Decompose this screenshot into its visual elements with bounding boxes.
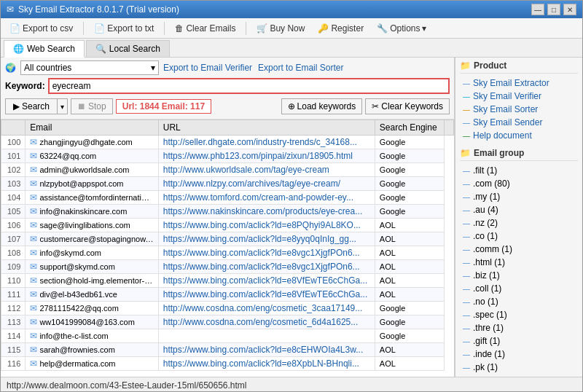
engine-cell: Google bbox=[375, 329, 445, 343]
load-keywords-button[interactable]: ⊕ Load keywords bbox=[281, 98, 363, 114]
table-row[interactable]: 110 ✉ section@hold-img.elementor-c... ht… bbox=[1, 274, 454, 288]
product-item[interactable]: — Help document bbox=[460, 129, 578, 142]
engine-cell: AOL bbox=[375, 246, 445, 260]
product-item[interactable]: — Sky Email Sorter bbox=[460, 103, 578, 116]
group-item[interactable]: — .spec (1) bbox=[460, 308, 578, 321]
group-item[interactable]: — .nz (2) bbox=[460, 216, 578, 230]
table-row[interactable]: 100 ✉ zhangjingyu@dhgate.com http://sell… bbox=[1, 136, 454, 149]
minimize-button[interactable]: — bbox=[531, 4, 544, 15]
action-row: ▶ Search ▾ ⏹ Stop Url: 1844 Email: 117 ⊕ bbox=[5, 97, 450, 116]
group-item[interactable]: — .no (1) bbox=[460, 295, 578, 308]
group-item[interactable]: — .pk (1) bbox=[460, 361, 578, 374]
country-select[interactable]: All countries ▾ bbox=[20, 60, 159, 75]
search-area: 🌍 All countries ▾ Export to Email Verifi… bbox=[1, 58, 454, 119]
group-item[interactable]: — .cbox (1) bbox=[460, 374, 578, 377]
group-item[interactable]: — .com (80) bbox=[460, 177, 578, 190]
title-bar-controls[interactable]: — □ ✕ bbox=[531, 4, 576, 15]
export-txt-button[interactable]: 📄 Export to txt bbox=[90, 22, 158, 35]
register-button[interactable]: 🔑 Register bbox=[313, 22, 368, 35]
group-item[interactable]: — .au (4) bbox=[460, 203, 578, 216]
table-row[interactable]: 103 ✉ nlzpybot@appspot.com http://www.nl… bbox=[1, 177, 454, 191]
url-cell: https://www.bing.com/aclick?ld=e8cEHWOIa… bbox=[158, 343, 375, 357]
url-cell: https://www.bing.com/aclick?ld=e8PQhyi9A… bbox=[158, 219, 375, 232]
table-row[interactable]: 106 ✉ sage@livinglibations.com https://w… bbox=[1, 219, 454, 232]
buy-now-button[interactable]: 🛒 Buy Now bbox=[252, 22, 309, 35]
table-row[interactable]: 116 ✉ help@dermatica.com https://www.bin… bbox=[1, 357, 454, 371]
email-cell: ✉ customercare@stopagingnow.c... bbox=[26, 232, 158, 246]
keyword-row: Keyword: bbox=[5, 78, 450, 94]
table-row[interactable]: 111 ✉ div@el-b43edb61.vce https://www.bi… bbox=[1, 288, 454, 302]
url-cell: https://www.tomford.com/cream-and-powder… bbox=[158, 191, 375, 205]
right-panel: 📁 Product — Sky Email Extractor— Sky Ema… bbox=[455, 58, 582, 377]
row-number: 102 bbox=[1, 163, 26, 177]
export-links: Export to Email Verifier Export to Email… bbox=[163, 63, 343, 73]
product-item[interactable]: — Sky Email Verifier bbox=[460, 90, 578, 103]
product-item[interactable]: — Sky Email Extractor bbox=[460, 77, 578, 90]
keyword-input[interactable] bbox=[48, 78, 450, 94]
row-number: 112 bbox=[1, 302, 26, 315]
clear-emails-button[interactable]: 🗑 Clear Emails bbox=[171, 22, 240, 35]
col-email: Email bbox=[26, 120, 158, 136]
local-search-icon: 🔍 bbox=[95, 44, 106, 54]
tab-local-search[interactable]: 🔍 Local Search bbox=[86, 40, 170, 57]
row-number: 104 bbox=[1, 191, 26, 205]
group-item[interactable]: — .filt (1) bbox=[460, 164, 578, 177]
product-item[interactable]: — Sky Email Sender bbox=[460, 116, 578, 129]
table-row[interactable]: 112 ✉ 2781115422@qq.com http://www.cosdn… bbox=[1, 302, 454, 315]
group-item[interactable]: — .inde (1) bbox=[460, 348, 578, 361]
export-sorter-link[interactable]: Export to Email Sorter bbox=[258, 63, 343, 73]
group-item[interactable]: — .thre (1) bbox=[460, 321, 578, 334]
options-arrow-icon: ▾ bbox=[422, 23, 426, 34]
row-number: 105 bbox=[1, 205, 26, 219]
main-content: 🌍 All countries ▾ Export to Email Verifi… bbox=[1, 58, 582, 377]
tab-web-search[interactable]: 🌐 Web Search bbox=[4, 40, 85, 58]
engine-cell: Google bbox=[375, 136, 445, 149]
tab-bar: 🌐 Web Search 🔍 Local Search bbox=[1, 39, 582, 58]
country-row: 🌍 All countries ▾ Export to Email Verifi… bbox=[5, 60, 450, 75]
table-row[interactable]: 104 ✉ assistance@tomfordinternation... h… bbox=[1, 191, 454, 205]
product-items: — Sky Email Extractor— Sky Email Verifie… bbox=[460, 77, 578, 142]
table-row[interactable]: 114 ✉ info@the-c-list.com Google bbox=[1, 329, 454, 343]
url-cell: https://www.bing.com/aclick?ld=e8XpbLN-B… bbox=[158, 357, 375, 371]
export-verifier-link[interactable]: Export to Email Verifier bbox=[163, 63, 252, 73]
options-button[interactable]: 🔧 Options ▾ bbox=[372, 22, 431, 35]
group-item[interactable]: — .coll (1) bbox=[460, 282, 578, 295]
table-row[interactable]: 107 ✉ customercare@stopagingnow.c... htt… bbox=[1, 232, 454, 246]
group-item[interactable]: — .gift (1) bbox=[460, 334, 578, 348]
email-cell: ✉ section@hold-img.elementor-c... bbox=[26, 274, 158, 288]
group-item[interactable]: — .biz (1) bbox=[460, 269, 578, 282]
group-item[interactable]: — .my (1) bbox=[460, 190, 578, 203]
row-number: 108 bbox=[1, 246, 26, 260]
table-container[interactable]: Email URL Search Engine 100 ✉ zhangjingy… bbox=[1, 119, 454, 377]
engine-cell: AOL bbox=[375, 219, 445, 232]
group-item[interactable]: — .comm (1) bbox=[460, 243, 578, 256]
row-number: 111 bbox=[1, 288, 26, 302]
url-cell: http://www.nlzpy.com/archives/tag/eye-cr… bbox=[158, 177, 375, 191]
clear-keywords-button[interactable]: ✂ Clear Keywords bbox=[365, 98, 450, 114]
group-item[interactable]: — .html (1) bbox=[460, 256, 578, 269]
export-csv-button[interactable]: 📄 Export to csv bbox=[5, 22, 77, 35]
row-number: 114 bbox=[1, 329, 26, 343]
url-cell: http://www.cosdna.com/eng/cosmetic_6d4a1… bbox=[158, 315, 375, 329]
search-dropdown-button[interactable]: ▾ bbox=[58, 98, 68, 114]
engine-cell: AOL bbox=[375, 260, 445, 274]
table-row[interactable]: 108 ✉ info@skymd.com https://www.bing.co… bbox=[1, 246, 454, 260]
table-row[interactable]: 113 ✉ ww1041999084@163.com http://www.co… bbox=[1, 315, 454, 329]
country-arrow-icon: ▾ bbox=[151, 63, 155, 73]
table-row[interactable]: 109 ✉ support@skymd.com https://www.bing… bbox=[1, 260, 454, 274]
search-button[interactable]: ▶ Search bbox=[5, 98, 58, 114]
product-title: 📁 Product bbox=[460, 60, 578, 74]
email-cell: ✉ info@nakinskincare.com bbox=[26, 205, 158, 219]
group-item[interactable]: — .co (1) bbox=[460, 230, 578, 243]
table-row[interactable]: 102 ✉ admin@ukworldsale.com http://www.u… bbox=[1, 163, 454, 177]
maximize-button[interactable]: □ bbox=[547, 4, 560, 15]
col-engine: Search Engine bbox=[375, 120, 445, 136]
col-num bbox=[1, 120, 26, 136]
stop-button[interactable]: ⏹ Stop bbox=[71, 98, 113, 114]
engine-cell: Google bbox=[375, 302, 445, 315]
email-cell: ✉ div@el-b43edb61.vce bbox=[26, 288, 158, 302]
table-row[interactable]: 115 ✉ sarah@frownies.com https://www.bin… bbox=[1, 343, 454, 357]
table-row[interactable]: 101 ✉ 63224@qq.com https://www.phb123.co… bbox=[1, 149, 454, 163]
table-row[interactable]: 105 ✉ info@nakinskincare.com https://www… bbox=[1, 205, 454, 219]
close-button[interactable]: ✕ bbox=[563, 4, 576, 15]
